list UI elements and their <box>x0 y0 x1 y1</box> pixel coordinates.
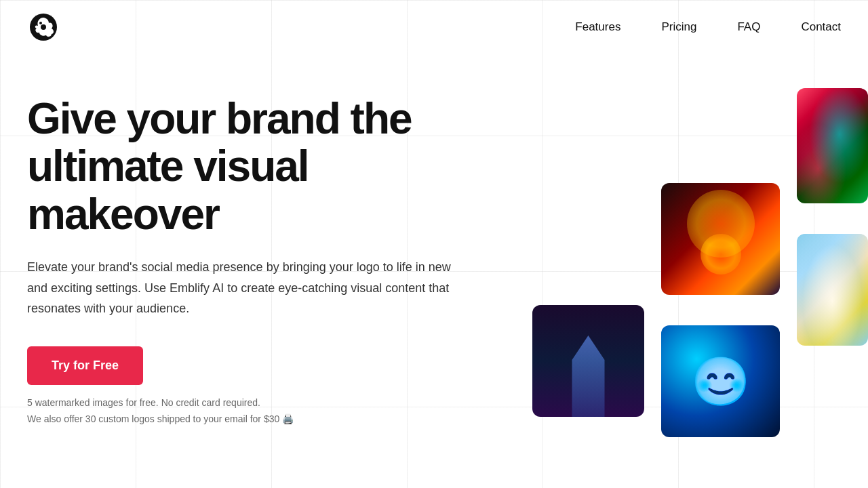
hero-subheadline: Elevate your brand's social media presen… <box>27 257 461 319</box>
image-smiley-orb <box>661 325 780 437</box>
cta-subtext: 5 watermarked images for free. No credit… <box>27 397 461 408</box>
image-sky-bird <box>797 234 868 346</box>
nav-link-faq[interactable]: FAQ <box>737 20 760 33</box>
nav-item-pricing[interactable]: Pricing <box>661 20 696 34</box>
try-for-free-button[interactable]: Try for Free <box>27 346 143 385</box>
logo[interactable] <box>27 11 60 43</box>
nav-item-features[interactable]: Features <box>575 20 620 34</box>
image-fireworks-cup <box>661 183 780 295</box>
svg-point-1 <box>41 24 46 30</box>
nav-links: Features Pricing FAQ Contact <box>575 20 841 34</box>
logo-icon <box>27 11 60 43</box>
nav-link-pricing[interactable]: Pricing <box>661 20 696 33</box>
nav-link-contact[interactable]: Contact <box>801 20 841 33</box>
page-headline: Give your brand the ultimate visual make… <box>27 95 461 238</box>
nav-link-features[interactable]: Features <box>575 20 620 33</box>
image-abstract-floral <box>797 88 868 203</box>
nav-item-contact[interactable]: Contact <box>801 20 841 34</box>
image-arch-ai <box>532 305 644 417</box>
hero-section: Give your brand the ultimate visual make… <box>0 54 488 424</box>
svg-point-2 <box>39 22 42 24</box>
nav-item-faq[interactable]: FAQ <box>737 20 760 34</box>
navigation: Features Pricing FAQ Contact <box>0 0 868 54</box>
cta-offer: We also offer 30 custom logos shipped to… <box>27 413 461 424</box>
